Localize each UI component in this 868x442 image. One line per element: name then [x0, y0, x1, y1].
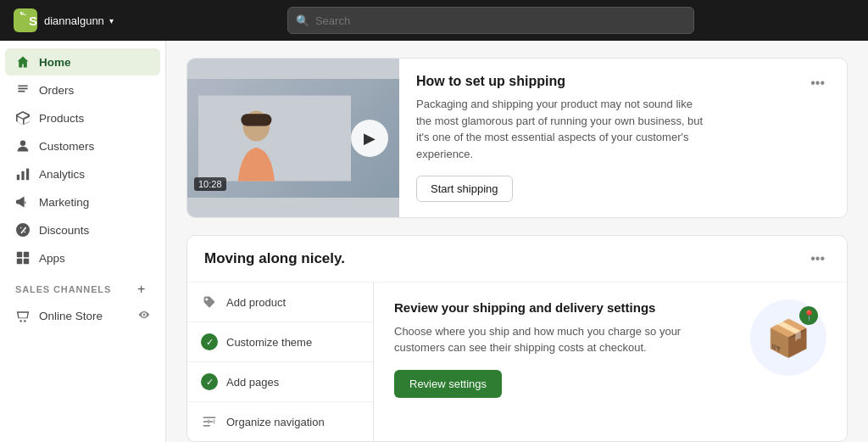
task-customize-theme-label: Customize theme: [226, 336, 312, 349]
svg-rect-15: [203, 425, 210, 427]
search-input[interactable]: [287, 7, 694, 34]
shipping-card-title: How to set up shipping: [416, 74, 565, 89]
apps-icon: [15, 250, 31, 266]
progress-card-title: Moving along nicely.: [204, 250, 345, 267]
shipping-card-more-button[interactable]: •••: [805, 74, 830, 92]
svg-point-0: [20, 141, 25, 146]
svg-point-9: [24, 320, 25, 322]
task-add-product[interactable]: Add product: [187, 283, 373, 322]
products-icon: [15, 110, 31, 126]
svg-rect-1: [17, 175, 19, 180]
topbar-search-wrap: 🔍: [287, 7, 694, 34]
svg-rect-12: [241, 114, 271, 126]
shipping-details-description: Choose where you ship and how much you c…: [394, 323, 733, 356]
svg-rect-14: [203, 421, 213, 422]
sidebar-item-apps-label: Apps: [39, 252, 65, 265]
check-done-icon-2: ✓: [201, 373, 218, 390]
task-organize-nav[interactable]: Organize navigation: [187, 402, 373, 441]
app-layout: Home Orders Products Customers Analytics: [0, 41, 868, 442]
sidebar-item-products-label: Products: [39, 112, 84, 125]
sales-channels-section: SALES CHANNELS +: [0, 272, 165, 301]
analytics-icon: [15, 166, 31, 182]
svg-rect-2: [21, 171, 24, 180]
video-duration: 10:28: [194, 177, 226, 191]
add-sales-channel-button[interactable]: +: [133, 281, 150, 298]
sidebar-item-discounts-label: Discounts: [39, 224, 89, 237]
topbar-user[interactable]: diannalgunn ▾: [44, 14, 114, 27]
nav-icon: [201, 413, 218, 430]
svg-rect-3: [26, 169, 29, 181]
progress-card-more-button[interactable]: •••: [805, 249, 830, 268]
delivery-illustration: 📦 📍: [750, 299, 826, 376]
sidebar-item-home-label: Home: [39, 56, 71, 69]
sidebar-item-online-store[interactable]: Online Store: [5, 302, 160, 329]
sidebar-item-orders[interactable]: Orders: [5, 76, 160, 104]
marketing-icon: [15, 194, 31, 210]
check-done-icon: ✓: [201, 333, 218, 350]
svg-rect-7: [24, 259, 29, 264]
shipping-details-text: Review your shipping and delivery settin…: [394, 299, 733, 398]
start-shipping-button[interactable]: Start shipping: [416, 176, 513, 202]
sidebar-item-marketing[interactable]: Marketing: [5, 188, 160, 215]
orders-icon: [15, 82, 31, 98]
sidebar-item-apps[interactable]: Apps: [5, 244, 160, 271]
customers-icon: [15, 138, 31, 154]
sidebar-item-customers[interactable]: Customers: [5, 132, 160, 159]
location-pin-icon: 📍: [799, 306, 818, 325]
sidebar-item-products[interactable]: Products: [5, 104, 160, 131]
shipping-details-title: Review your shipping and delivery settin…: [394, 299, 733, 316]
svg-rect-5: [24, 252, 29, 257]
shipping-card-description: Packaging and shipping your product may …: [416, 96, 704, 162]
svg-rect-17: [214, 420, 215, 424]
tasks-list: Add product ✓ Customize theme ✓ Add page…: [187, 283, 374, 441]
svg-rect-4: [17, 252, 22, 257]
task-add-product-label: Add product: [226, 296, 286, 309]
task-add-pages-label: Add pages: [226, 376, 279, 389]
task-add-pages[interactable]: ✓ Add pages: [187, 362, 373, 402]
online-store-visibility-icon[interactable]: [138, 309, 150, 323]
shipping-setup-card: ▶ 10:28 How to set up shipping ••• Packa…: [186, 58, 848, 218]
sidebar-item-online-store-label: Online Store: [39, 310, 103, 322]
sidebar-item-marketing-label: Marketing: [39, 196, 89, 209]
search-icon: 🔍: [296, 14, 309, 27]
discounts-icon: [15, 222, 31, 238]
sidebar-item-customers-label: Customers: [39, 140, 94, 153]
sidebar-item-discounts[interactable]: Discounts: [5, 216, 160, 243]
sidebar-item-analytics-label: Analytics: [39, 168, 85, 181]
tag-icon: [201, 294, 218, 311]
svg-rect-16: [208, 420, 209, 424]
svg-rect-13: [203, 417, 215, 418]
play-button[interactable]: ▶: [351, 120, 388, 157]
sidebar: Home Orders Products Customers Analytics: [0, 41, 166, 442]
sidebar-item-orders-label: Orders: [39, 84, 74, 97]
progress-card-header: Moving along nicely. •••: [187, 236, 847, 283]
task-organize-nav-label: Organize navigation: [226, 416, 325, 428]
main-content: ▶ 10:28 How to set up shipping ••• Packa…: [166, 41, 868, 442]
sidebar-item-analytics[interactable]: Analytics: [5, 160, 160, 187]
topbar-logo: S diannalgunn ▾: [14, 8, 114, 32]
progress-card: Moving along nicely. ••• Add product ✓ C…: [186, 235, 848, 442]
progress-body: Add product ✓ Customize theme ✓ Add page…: [187, 283, 847, 441]
svg-rect-6: [17, 259, 22, 264]
task-customize-theme[interactable]: ✓ Customize theme: [187, 322, 373, 362]
sidebar-item-home[interactable]: Home: [5, 48, 160, 76]
shipping-details-panel: Review your shipping and delivery settin…: [374, 283, 847, 441]
svg-point-8: [19, 320, 21, 322]
shipping-video-thumbnail[interactable]: ▶ 10:28: [187, 59, 399, 217]
video-thumb: ▶ 10:28: [187, 79, 399, 198]
topbar: S diannalgunn ▾ 🔍: [0, 0, 868, 41]
home-icon: [15, 54, 31, 70]
shopify-logo-icon: S: [14, 8, 37, 32]
review-settings-button[interactable]: Review settings: [394, 370, 502, 398]
online-store-icon: [15, 308, 31, 323]
shipping-info-panel: How to set up shipping ••• Packaging and…: [399, 59, 847, 217]
svg-rect-10: [198, 95, 351, 181]
